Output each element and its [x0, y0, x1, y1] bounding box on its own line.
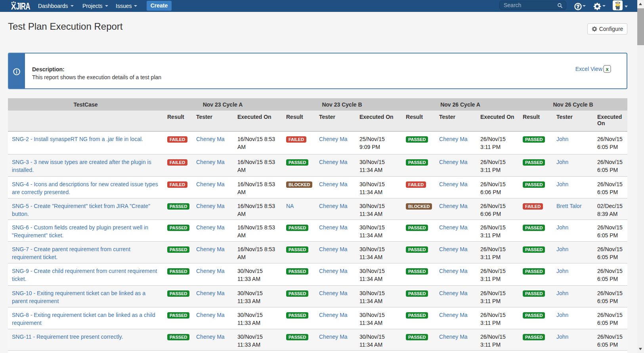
svg-text:?: ? [577, 4, 579, 10]
svg-text:JIRA: JIRA [16, 1, 31, 11]
svg-text:x: x [606, 66, 609, 72]
